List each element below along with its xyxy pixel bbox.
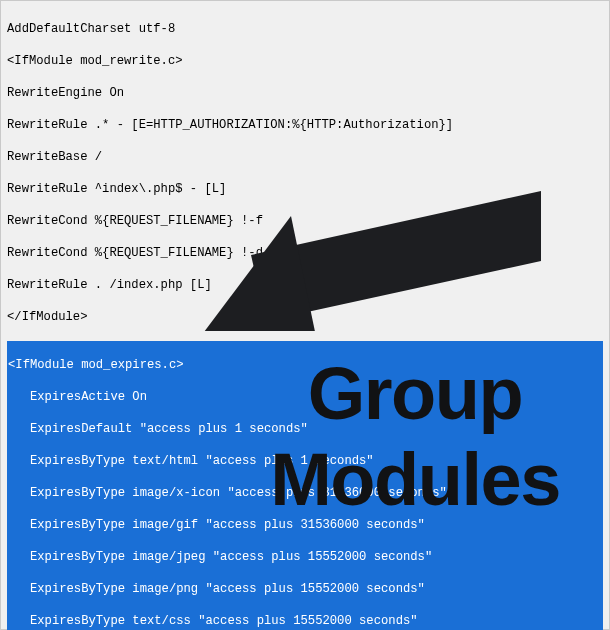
code-block[interactable]: AddDefaultCharset utf-8 <IfModule mod_re…: [7, 5, 603, 630]
code-line: ExpiresByType text/css "access plus 1555…: [7, 613, 603, 629]
code-line: RewriteBase /: [7, 149, 603, 165]
code-line: RewriteRule .* - [E=HTTP_AUTHORIZATION:%…: [7, 117, 603, 133]
code-line: ExpiresDefault "access plus 1 seconds": [7, 421, 603, 437]
code-line: ExpiresByType image/jpeg "access plus 15…: [7, 549, 603, 565]
editor-page: AddDefaultCharset utf-8 <IfModule mod_re…: [0, 0, 610, 630]
code-line: RewriteEngine On: [7, 85, 603, 101]
code-line: ExpiresByType image/x-icon "access plus …: [7, 485, 603, 501]
selection-block-mod-expires: <IfModule mod_expires.c> ExpiresActive O…: [7, 341, 603, 630]
code-line: RewriteCond %{REQUEST_FILENAME} !-d: [7, 245, 603, 261]
code-line: RewriteRule ^index\.php$ - [L]: [7, 181, 603, 197]
code-line: RewriteRule . /index.php [L]: [7, 277, 603, 293]
code-line: ExpiresByType image/gif "access plus 315…: [7, 517, 603, 533]
code-line: </IfModule>: [7, 309, 603, 325]
code-line: ExpiresByType text/html "access plus 1 s…: [7, 453, 603, 469]
code-line: ExpiresActive On: [7, 389, 603, 405]
code-line: <IfModule mod_expires.c>: [7, 357, 603, 373]
code-line: ExpiresByType image/png "access plus 155…: [7, 581, 603, 597]
code-line: RewriteCond %{REQUEST_FILENAME} !-f: [7, 213, 603, 229]
code-line: <IfModule mod_rewrite.c>: [7, 53, 603, 69]
code-line: AddDefaultCharset utf-8: [7, 21, 603, 37]
